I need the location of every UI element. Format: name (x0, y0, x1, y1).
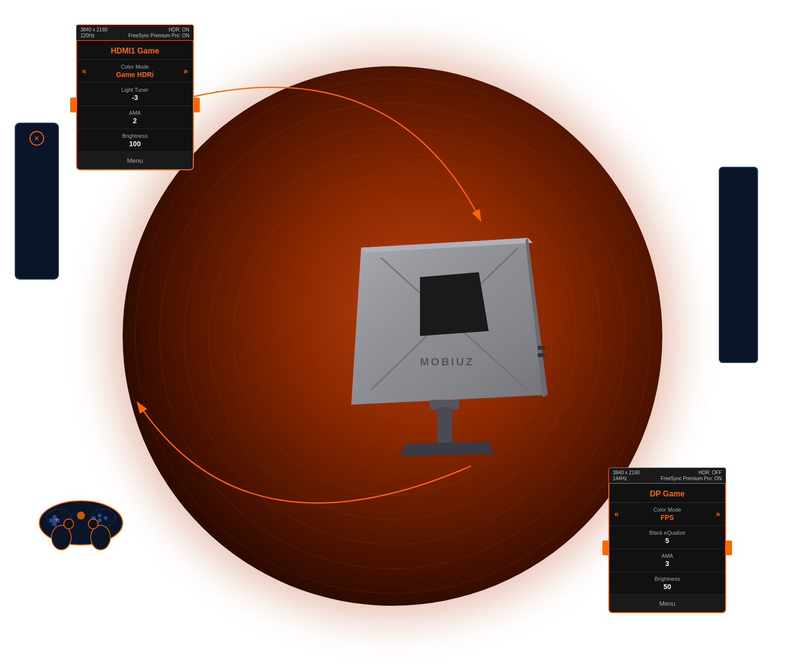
left-freesync: FreeSync Premium Pro: ON (129, 33, 189, 38)
right-panel-dp: 3840 x 2160 HDR: OFF 144Hz FreeSync Prem… (608, 467, 726, 613)
monitor-image: MOBIUZ (322, 208, 557, 464)
left-color-mode-inner: Color Mode Game HDRi (86, 64, 183, 78)
right-arrow-left[interactable]: « (614, 510, 619, 518)
right-color-mode-row: « Color Mode FPS » (609, 503, 725, 526)
right-panel-title: DP Game (609, 484, 725, 503)
left-light-tuner-label: Light Tuner (85, 87, 185, 93)
right-color-mode-label: Color Mode (619, 507, 716, 513)
right-brightness-value: 50 (617, 583, 717, 591)
left-ama-label: AMA (85, 110, 185, 116)
right-black-equalize-label: Black eQualize (617, 530, 717, 536)
right-color-mode-value: FPS (619, 514, 716, 521)
right-hdr: HDR: OFF (699, 470, 722, 475)
left-arrow-left[interactable]: « (82, 67, 86, 76)
left-light-tuner-value: -3 (85, 94, 185, 102)
svg-rect-25 (437, 407, 452, 446)
svg-text:+: + (54, 516, 58, 523)
left-brightness-section: Brightness 100 (77, 129, 193, 152)
left-menu-button[interactable]: Menu (77, 152, 193, 169)
left-panel-body: HDMI1 Game « Color Mode Game HDRi » Ligh… (76, 41, 194, 170)
right-notch-right (725, 541, 732, 555)
right-brightness-label: Brightness (617, 576, 717, 582)
left-panel-status: 3840 x 2160 HDR: ON 120Hz FreeSync Premi… (76, 25, 194, 41)
svg-point-8 (104, 516, 107, 520)
left-brightness-value: 100 (85, 140, 185, 148)
scene: ✕ + (0, 0, 785, 672)
right-ama-section: AMA 3 (609, 549, 725, 572)
svg-point-11 (77, 512, 85, 519)
right-brightness-section: Brightness 50 (609, 572, 725, 595)
right-panel-body: DP Game « Color Mode FPS » Black eQualiz… (608, 484, 726, 613)
svg-point-9 (98, 518, 102, 522)
left-panel-title: HDMI1 Game (77, 41, 193, 60)
svg-rect-29 (538, 353, 545, 357)
left-notch-left (70, 98, 77, 112)
svg-marker-26 (400, 441, 494, 456)
left-hz: 120Hz (80, 33, 95, 38)
right-resolution: 3840 x 2160 (613, 470, 640, 475)
xbox-logo: ✕ (29, 131, 44, 146)
left-ama-section: AMA 2 (77, 106, 193, 129)
right-ama-label: AMA (617, 553, 717, 559)
left-brightness-label: Brightness (85, 133, 185, 139)
left-light-tuner-section: Light Tuner -3 (77, 83, 193, 106)
right-freesync: FreeSync Premium Pro: ON (661, 476, 722, 481)
svg-text:MOBIUZ: MOBIUZ (420, 356, 474, 368)
left-status-row1: 3840 x 2160 HDR: ON (80, 27, 189, 32)
right-status-row1: 3840 x 2160 HDR: OFF (613, 470, 722, 475)
game-controller: + (32, 489, 130, 554)
right-device-2 (719, 167, 758, 363)
right-black-equalize-value: 5 (617, 537, 717, 544)
left-color-mode-value: Game HDRi (86, 71, 183, 78)
svg-rect-28 (538, 346, 545, 350)
left-notch-right (193, 98, 200, 112)
left-arrow-right[interactable]: » (183, 67, 188, 76)
right-hz: 144Hz (613, 476, 627, 481)
svg-point-14 (64, 519, 74, 529)
left-hdr: HDR: ON (169, 27, 189, 32)
right-menu-button[interactable]: Menu (609, 595, 725, 612)
right-status-row2: 144Hz FreeSync Premium Pro: ON (613, 476, 722, 481)
right-panel-status: 3840 x 2160 HDR: OFF 144Hz FreeSync Prem… (608, 467, 726, 484)
left-resolution: 3840 x 2160 (80, 27, 107, 32)
svg-point-7 (98, 514, 102, 517)
left-ama-value: 2 (85, 117, 185, 125)
xbox-device: ✕ (15, 123, 59, 280)
left-color-mode-row: « Color Mode Game HDRi » (77, 60, 193, 83)
right-ama-value: 3 (617, 560, 717, 568)
left-color-mode-label: Color Mode (86, 64, 183, 70)
right-color-mode-inner: Color Mode FPS (619, 507, 716, 521)
right-notch-left (602, 541, 609, 555)
svg-point-15 (88, 519, 98, 529)
right-black-equalize-section: Black eQualize 5 (609, 526, 725, 549)
left-status-row2: 120Hz FreeSync Premium Pro: ON (80, 33, 189, 38)
svg-marker-23 (420, 272, 489, 336)
left-panel-hdmi: 3840 x 2160 HDR: ON 120Hz FreeSync Premi… (76, 25, 194, 170)
right-arrow-right[interactable]: » (716, 510, 720, 518)
